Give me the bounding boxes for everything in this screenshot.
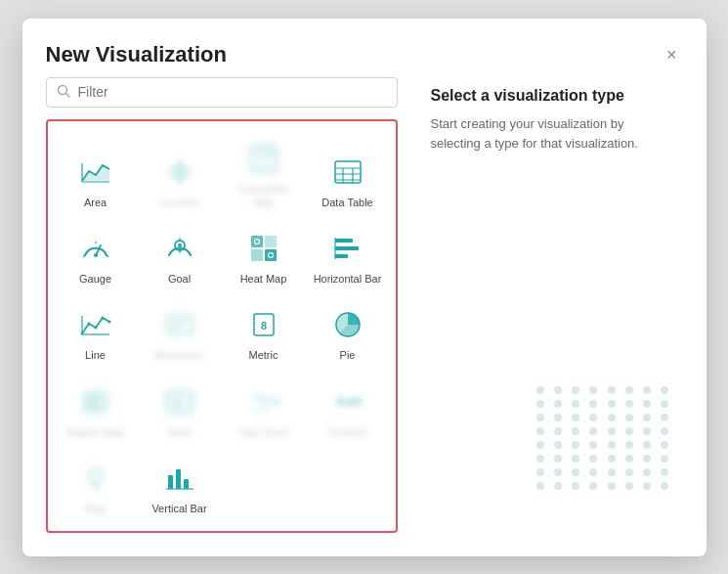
regionmap-icon: [76, 382, 115, 421]
decorative-dots: [527, 376, 683, 533]
markdown-label: Markdown: [154, 348, 204, 362]
right-panel-title: Select a visualization type: [431, 87, 683, 105]
viz-item-area[interactable]: Area: [56, 131, 136, 214]
svg-point-40: [87, 323, 90, 326]
verticalbar-label: Vertical Bar: [151, 502, 206, 515]
svg-point-68: [89, 468, 103, 482]
svg-rect-46: [167, 316, 193, 333]
svg-rect-54: [167, 391, 193, 413]
map-label: Map: [85, 502, 106, 515]
line-label: Line: [85, 348, 106, 362]
horizontalbar-icon: [328, 229, 367, 268]
area-label: Area: [84, 196, 107, 209]
pie-icon: [328, 305, 367, 344]
viz-item-datatable[interactable]: Data Table: [308, 131, 388, 214]
viz-item-heatmap[interactable]: Heat Map: [224, 221, 304, 289]
line-icon: [76, 305, 115, 344]
viz-item-regionmap[interactable]: Region Map: [56, 375, 136, 443]
svg-rect-29: [251, 236, 263, 247]
svg-line-1: [65, 93, 69, 97]
viz-item-verticalbar[interactable]: Vertical Bar: [140, 451, 220, 519]
modal-title: New Visualization: [46, 42, 227, 67]
metric-icon: 8: [244, 305, 283, 344]
right-panel: Select a visualization type Start creati…: [421, 77, 683, 533]
viz-grid: Area: [56, 131, 388, 520]
svg-rect-32: [265, 249, 277, 261]
close-button[interactable]: ×: [661, 44, 683, 66]
verticalbar-icon: [160, 459, 199, 498]
crosstab-icon: [244, 139, 283, 178]
goal-icon: [160, 229, 199, 268]
horizontalbar-label: Horizontal Bar: [314, 272, 382, 286]
svg-text:8: 8: [260, 320, 266, 331]
svg-point-42: [101, 317, 104, 320]
controls-icon: [160, 153, 199, 192]
heatmap-label: Heat Map: [240, 272, 287, 286]
table-icon: [160, 382, 199, 421]
datatable-label: Data Table: [321, 196, 372, 209]
viz-item-gauge[interactable]: Gauge: [56, 221, 136, 289]
viz-item-map[interactable]: Map: [56, 451, 136, 519]
left-panel: Area: [46, 77, 398, 533]
right-panel-description: Start creating your visualization by sel…: [431, 114, 656, 155]
table-label: Table: [166, 425, 192, 439]
svg-rect-31: [251, 249, 263, 261]
viz-item-tagcloud[interactable]: Tag Cloud Word Tag Cloud: [224, 375, 304, 443]
metric-label: Metric: [249, 348, 278, 362]
viz-item-markdown[interactable]: Markdown: [140, 297, 220, 366]
modal-body: Area: [22, 77, 707, 556]
svg-marker-2: [82, 165, 109, 181]
regionmap-label: Region Map: [66, 425, 124, 439]
viz-item-table[interactable]: Table: [140, 375, 220, 443]
map-icon: [76, 459, 115, 498]
filter-input[interactable]: [78, 84, 387, 100]
modal-header: New Visualization ×: [22, 19, 707, 77]
viz-item-metric[interactable]: 8 Metric: [224, 297, 304, 366]
svg-rect-70: [176, 469, 181, 489]
svg-rect-53: [83, 391, 108, 413]
svg-text:Word: Word: [253, 407, 267, 413]
viz-item-goal[interactable]: Goal: [140, 221, 220, 289]
timeline-icon: [328, 382, 367, 421]
svg-line-22: [83, 255, 85, 257]
svg-rect-36: [335, 246, 359, 250]
viz-item-line[interactable]: Line: [56, 297, 136, 366]
area-icon: [76, 153, 115, 192]
datatable-icon: [328, 153, 367, 192]
svg-rect-35: [335, 239, 353, 243]
viz-item-pie[interactable]: Pie: [308, 297, 388, 366]
viz-item-timeline[interactable]: Timeline: [308, 375, 388, 443]
tagcloud-icon: Tag Cloud Word: [244, 382, 283, 421]
filter-wrap: [46, 77, 398, 108]
viz-item-crosstab[interactable]: Crosstable Map: [224, 131, 304, 214]
svg-point-41: [94, 327, 97, 330]
viz-item-controls[interactable]: Controls: [140, 131, 220, 214]
tagcloud-label: Tag Cloud: [239, 425, 288, 439]
goal-label: Goal: [168, 272, 191, 286]
svg-line-23: [107, 255, 108, 257]
search-icon: [57, 84, 70, 101]
timeline-label: Timeline: [327, 425, 367, 439]
gauge-label: Gauge: [79, 272, 111, 286]
svg-rect-11: [251, 146, 277, 171]
svg-rect-37: [335, 254, 348, 258]
svg-rect-71: [184, 479, 189, 489]
controls-label: Controls: [159, 196, 199, 209]
svg-point-43: [107, 321, 110, 324]
crosstab-label: Crosstable Map: [228, 182, 300, 210]
viz-grid-outer: Area: [46, 119, 398, 533]
svg-rect-30: [265, 236, 277, 247]
pie-label: Pie: [340, 348, 356, 362]
modal: New Visualization ×: [22, 19, 707, 556]
svg-point-21: [94, 253, 98, 257]
svg-point-6: [177, 169, 183, 175]
viz-item-horizontalbar[interactable]: Horizontal Bar: [308, 221, 388, 289]
heatmap-icon: [244, 229, 283, 268]
svg-point-26: [178, 243, 182, 247]
markdown-icon: [160, 305, 199, 344]
svg-text:Cloud: Cloud: [261, 396, 280, 407]
svg-rect-69: [168, 475, 173, 489]
gauge-icon: [76, 229, 115, 268]
